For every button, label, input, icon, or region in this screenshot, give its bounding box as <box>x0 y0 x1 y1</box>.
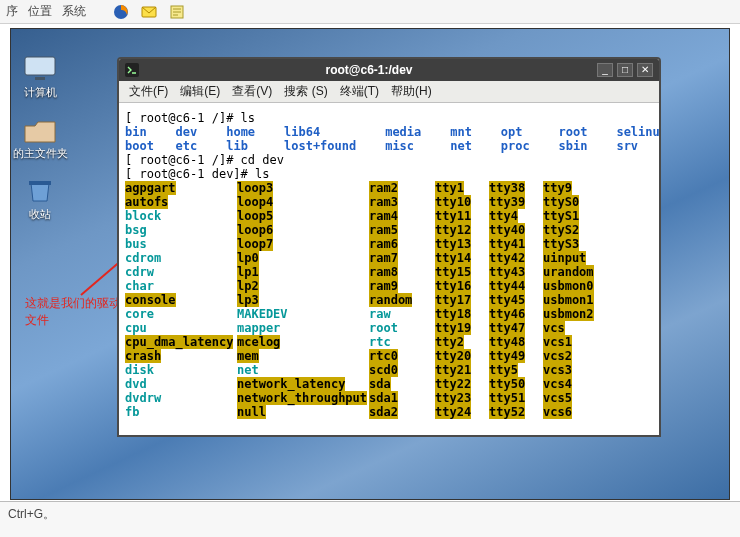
ls-dev-row: busloop7ram6tty13tty41ttyS3 <box>125 237 653 251</box>
ls-dev-row: bsgloop6ram5tty12tty40ttyS2 <box>125 223 653 237</box>
ls-dev-row: dvdrwnetwork_throughputsda1tty23tty51vcs… <box>125 391 653 405</box>
annotation-text: 这就是我们的驱动文件 <box>25 296 121 327</box>
desktop-icon-computer[interactable]: 计算机 <box>12 53 68 100</box>
close-button[interactable]: ✕ <box>637 63 653 77</box>
system-menubar: 序 位置 系统 <box>0 0 740 24</box>
terminal-window: root@c6-1:/dev _ □ ✕ 文件(F) 编辑(E) 查看(V) 搜… <box>117 57 661 437</box>
terminal-icon <box>125 63 139 77</box>
ls-dev-row: cpu_dma_latencymcelogrtctty2tty48vcs1 <box>125 335 653 349</box>
ls-dev-row: coreMAKEDEVrawtty18tty46usbmon2 <box>125 307 653 321</box>
menu-terminal[interactable]: 终端(T) <box>340 83 379 100</box>
svg-rect-3 <box>25 57 55 75</box>
ls-dev-row: consolelp3randomtty17tty45usbmon1 <box>125 293 653 307</box>
desktop-icon-home[interactable]: 的主文件夹 <box>12 114 68 161</box>
menu-view[interactable]: 查看(V) <box>232 83 272 100</box>
status-text: Ctrl+G。 <box>8 506 55 523</box>
topmenu-item[interactable]: 系统 <box>62 3 86 20</box>
terminal-body[interactable]: [ root@c6-1 /]# lsbin dev home lib64 med… <box>119 103 659 435</box>
ls-dev-row: fbnullsda2tty24tty52vcs6 <box>125 405 653 419</box>
annotation: 这就是我们的驱动文件 <box>25 295 129 329</box>
terminal-titlebar[interactable]: root@c6-1:/dev _ □ ✕ <box>119 59 659 81</box>
desktop-icon-trash[interactable]: 收站 <box>12 175 68 222</box>
window-title: root@c6-1:/dev <box>145 63 593 77</box>
svg-rect-8 <box>125 63 139 77</box>
svg-rect-4 <box>35 77 45 80</box>
note-icon[interactable] <box>168 3 186 21</box>
ls-output: boot etc lib lost+found misc net proc sb… <box>125 139 653 153</box>
svg-rect-5 <box>29 181 51 185</box>
ls-dev-row: cpumapperroottty19tty47vcs <box>125 321 653 335</box>
minimize-button[interactable]: _ <box>597 63 613 77</box>
prompt-line: [ root@c6-1 /]# cd dev <box>125 153 653 167</box>
ls-dev-row: disknetscd0tty21tty5vcs3 <box>125 363 653 377</box>
ls-output: bin dev home lib64 media mnt opt root se… <box>125 125 653 139</box>
ls-dev-row: dvdnetwork_latencysdatty22tty50vcs4 <box>125 377 653 391</box>
ls-dev-row: crashmemrtc0tty20tty49vcs2 <box>125 349 653 363</box>
prompt-line: [ root@c6-1 /]# ls <box>125 111 653 125</box>
ls-dev-row: agpgartloop3ram2tty1tty38tty9 <box>125 181 653 195</box>
ls-dev-row: autofsloop4ram3tty10tty39ttyS0 <box>125 195 653 209</box>
topmenu-item[interactable]: 位置 <box>28 3 52 20</box>
menu-search[interactable]: 搜索 (S) <box>284 83 327 100</box>
desktop[interactable]: 计算机 的主文件夹 收站 这就是我们的驱动文件 root@c6-1:/dev _… <box>10 28 730 500</box>
desktop-icons: 计算机 的主文件夹 收站 <box>11 53 69 222</box>
menu-edit[interactable]: 编辑(E) <box>180 83 220 100</box>
topmenu-item[interactable]: 序 <box>6 3 18 20</box>
terminal-menubar: 文件(F) 编辑(E) 查看(V) 搜索 (S) 终端(T) 帮助(H) <box>119 81 659 103</box>
firefox-icon[interactable] <box>112 3 130 21</box>
ls-dev-row: charlp2ram9tty16tty44usbmon0 <box>125 279 653 293</box>
prompt-line: [ root@c6-1 dev]# ls <box>125 167 653 181</box>
ls-dev-row: blockloop5ram4tty11tty4ttyS1 <box>125 209 653 223</box>
ls-dev-row: cdromlp0ram7tty14tty42uinput <box>125 251 653 265</box>
status-bar: Ctrl+G。 <box>0 501 740 537</box>
menu-file[interactable]: 文件(F) <box>129 83 168 100</box>
ls-dev-row: cdrwlp1ram8tty15tty43urandom <box>125 265 653 279</box>
mail-icon[interactable] <box>140 3 158 21</box>
maximize-button[interactable]: □ <box>617 63 633 77</box>
menu-help[interactable]: 帮助(H) <box>391 83 432 100</box>
